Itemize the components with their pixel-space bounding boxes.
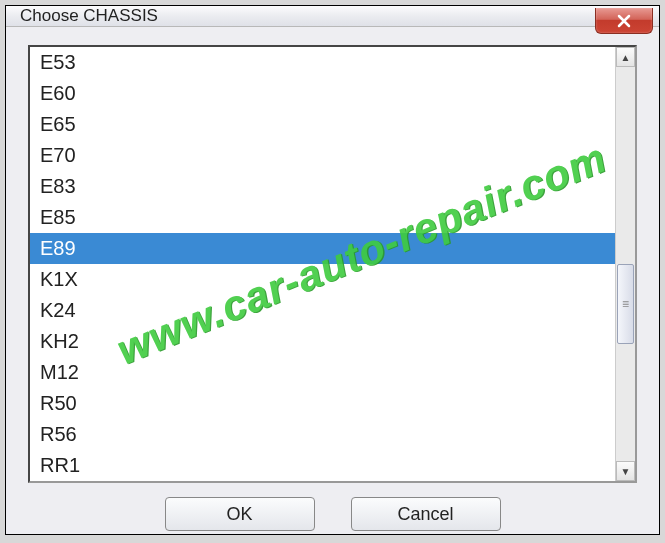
list-item[interactable]: E70	[30, 140, 615, 171]
scroll-thumb[interactable]	[617, 264, 634, 344]
listbox-container: E53E60E65E70E83E85E89K1XK24KH2M12R50R56R…	[28, 45, 637, 483]
scrollbar[interactable]: ▲ ▼	[615, 47, 635, 481]
ok-button[interactable]: OK	[165, 497, 315, 531]
button-row: OK Cancel	[28, 483, 637, 541]
list-item[interactable]: E53	[30, 47, 615, 78]
list-item[interactable]: E85	[30, 202, 615, 233]
cancel-button[interactable]: Cancel	[351, 497, 501, 531]
list-item[interactable]: K24	[30, 295, 615, 326]
list-item[interactable]: E89	[30, 233, 615, 264]
dialog-title: Choose CHASSIS	[20, 6, 158, 26]
close-button[interactable]	[595, 8, 653, 34]
chassis-listbox[interactable]: E53E60E65E70E83E85E89K1XK24KH2M12R50R56R…	[30, 47, 615, 481]
list-item[interactable]: K1X	[30, 264, 615, 295]
scroll-track[interactable]	[616, 67, 635, 461]
list-item[interactable]: E83	[30, 171, 615, 202]
scroll-up-arrow[interactable]: ▲	[616, 47, 635, 67]
list-item[interactable]: E65	[30, 109, 615, 140]
list-item[interactable]: KH2	[30, 326, 615, 357]
list-item[interactable]: R50	[30, 388, 615, 419]
list-item[interactable]: RR1	[30, 450, 615, 481]
content-area: E53E60E65E70E83E85E89K1XK24KH2M12R50R56R…	[6, 27, 659, 543]
list-item[interactable]: E60	[30, 78, 615, 109]
list-item[interactable]: R56	[30, 419, 615, 450]
dialog-window: Choose CHASSIS E53E60E65E70E83E85E89K1XK…	[5, 5, 660, 535]
scroll-down-arrow[interactable]: ▼	[616, 461, 635, 481]
close-icon	[616, 14, 632, 28]
titlebar: Choose CHASSIS	[6, 6, 659, 27]
list-item[interactable]: M12	[30, 357, 615, 388]
